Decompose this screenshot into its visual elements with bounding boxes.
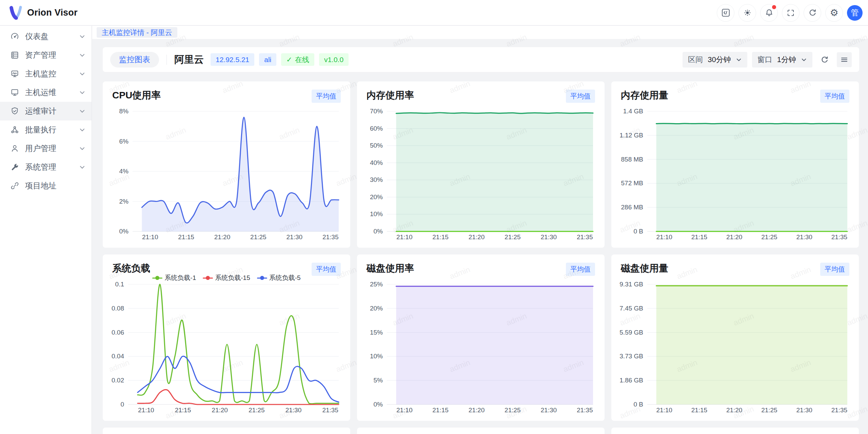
host-name: 阿里云 (174, 53, 204, 67)
window-select[interactable]: 窗口 1分钟 (752, 52, 812, 68)
sidebar-item-dashboard[interactable]: 仪表盘 (0, 27, 92, 46)
gauge-icon (10, 32, 19, 41)
notification-button[interactable] (760, 4, 778, 22)
refresh-icon (820, 55, 829, 64)
notification-unread-dot (772, 5, 776, 9)
avatar[interactable]: 管 (847, 5, 863, 21)
legend-item[interactable]: 系统负载-1 (152, 273, 196, 282)
svg-text:0.08: 0.08 (112, 305, 124, 312)
legend-item[interactable]: 系统负载-15 (203, 273, 250, 282)
svg-text:0 B: 0 B (633, 228, 643, 235)
svg-text:21:30: 21:30 (796, 233, 812, 241)
host-ip-badge: 12.92.5.21 (211, 53, 254, 66)
svg-text:15%: 15% (370, 329, 383, 336)
chart-legend: 系统负载-1系统负载-15系统负载-5 (103, 273, 350, 282)
chevron-down-icon (79, 71, 85, 77)
notification-bell-icon (765, 8, 774, 17)
svg-text:6%: 6% (119, 138, 129, 145)
avg-badge: 平均值 (566, 263, 595, 276)
legend-marker-icon (257, 276, 267, 280)
disk-usage-percent-line-chart: 25%20%15%10%5%0%21:1021:1521:2021:2521:3… (357, 276, 605, 415)
monitor-chart-tab[interactable]: 监控图表 (110, 52, 159, 68)
sidebar-item-label: 批量执行 (25, 125, 79, 135)
sidebar-item-label: 运维审计 (25, 106, 79, 116)
svg-text:9.31 GB: 9.31 GB (619, 281, 643, 288)
svg-text:21:10: 21:10 (138, 407, 154, 414)
svg-text:10%: 10% (370, 353, 383, 360)
interval-select[interactable]: 区间 30分钟 (683, 52, 747, 68)
svg-text:21:20: 21:20 (469, 233, 485, 241)
svg-text:21:30: 21:30 (541, 407, 557, 414)
sidebar-item-label: 用户管理 (25, 143, 79, 154)
svg-text:8%: 8% (119, 108, 129, 115)
svg-text:21:20: 21:20 (726, 407, 743, 414)
link-icon (10, 181, 19, 190)
svg-text:21:25: 21:25 (505, 233, 521, 241)
svg-text:21:25: 21:25 (249, 407, 265, 414)
sidebar-item-user-mgmt[interactable]: 用户管理 (0, 139, 92, 158)
sidebar-item-ops-audit[interactable]: 运维审计 (0, 102, 92, 120)
chart-card-memory-amount: 内存使用量 平均值 1.4 GB1.12 GB858 MB572 MB286 M… (611, 81, 859, 248)
legend-item[interactable]: 系统负载-5 (257, 273, 301, 282)
memory-usage-amount-line-chart: 1.4 GB1.12 GB858 MB572 MB286 MB0 B21:102… (611, 103, 859, 242)
chevron-down-icon (736, 57, 742, 63)
sidebar-item-label: 系统管理 (25, 162, 79, 172)
svg-text:70%: 70% (370, 108, 383, 115)
chart-card-partial (103, 428, 350, 434)
refresh-button[interactable] (804, 4, 821, 22)
svg-text:21:15: 21:15 (432, 407, 449, 414)
theme-toggle-button[interactable] (738, 4, 756, 22)
svg-text:21:35: 21:35 (322, 407, 338, 414)
sidebar-item-host-monitor[interactable]: 主机监控 (0, 64, 92, 83)
svg-text:21:15: 21:15 (691, 233, 708, 241)
chart-layout-button[interactable] (837, 52, 852, 67)
svg-text:21:25: 21:25 (761, 233, 777, 241)
svg-text:10%: 10% (370, 210, 383, 218)
sidebar-item-host-ops[interactable]: 主机运维 (0, 83, 92, 102)
sidebar-item-label: 资产管理 (25, 50, 79, 60)
chevron-down-icon (79, 164, 85, 170)
svg-text:21:20: 21:20 (214, 233, 231, 241)
sidebar-item-project-url[interactable]: 项目地址 (0, 176, 92, 195)
svg-text:21:10: 21:10 (656, 407, 672, 414)
memory-usage-percent-line-chart: 70%60%50%40%30%20%10%0%21:1021:1521:2021… (357, 103, 605, 242)
chart-card-system-load: 系统负载 平均值 系统负载-1系统负载-15系统负载-5 0.10.080.06… (103, 254, 350, 421)
cpu-usage-line-chart: 8%6%4%2%0%21:1021:1521:2021:2521:3021:35 (103, 103, 350, 242)
svg-text:1.4 GB: 1.4 GB (623, 108, 643, 115)
code-icon (721, 8, 730, 17)
settings-button[interactable]: ⚙ (825, 4, 843, 22)
user-icon (10, 144, 19, 153)
sidebar-item-label: 项目地址 (25, 181, 85, 191)
chart-title: 内存使用率 (367, 89, 414, 102)
chevron-down-icon (79, 89, 85, 96)
wrench-icon (10, 163, 19, 172)
chevron-down-icon (79, 127, 85, 133)
svg-text:21:35: 21:35 (322, 233, 339, 241)
refresh-icon (808, 8, 817, 17)
host-monitor-icon (10, 69, 19, 78)
batch-exec-icon (10, 125, 19, 134)
version-badge: v1.0.0 (319, 53, 349, 66)
chevron-down-icon (79, 52, 85, 58)
svg-text:21:30: 21:30 (287, 233, 303, 241)
online-status-badge: ✓在线 (281, 53, 314, 66)
refresh-charts-button[interactable] (817, 52, 832, 67)
svg-text:3.73 GB: 3.73 GB (619, 353, 643, 360)
chevron-down-icon (79, 145, 85, 152)
code-button[interactable] (717, 4, 734, 22)
sidebar-item-system-mgmt[interactable]: 系统管理 (0, 158, 92, 176)
sidebar-item-batch-exec[interactable]: 批量执行 (0, 120, 92, 139)
svg-text:20%: 20% (370, 305, 383, 312)
breadcrumb-tab[interactable]: 主机监控详情 - 阿里云 (97, 27, 177, 38)
fullscreen-button[interactable] (782, 4, 800, 22)
orion-visor-logo-icon (9, 5, 23, 20)
svg-text:0 B: 0 B (633, 401, 643, 408)
svg-text:21:35: 21:35 (831, 407, 848, 414)
svg-text:286 MB: 286 MB (621, 204, 643, 211)
svg-text:60%: 60% (370, 125, 383, 132)
check-icon: ✓ (286, 56, 292, 64)
sidebar-item-assets[interactable]: 资产管理 (0, 46, 92, 64)
fullscreen-icon (786, 8, 795, 17)
svg-text:5%: 5% (374, 377, 383, 384)
svg-text:21:10: 21:10 (396, 233, 413, 241)
